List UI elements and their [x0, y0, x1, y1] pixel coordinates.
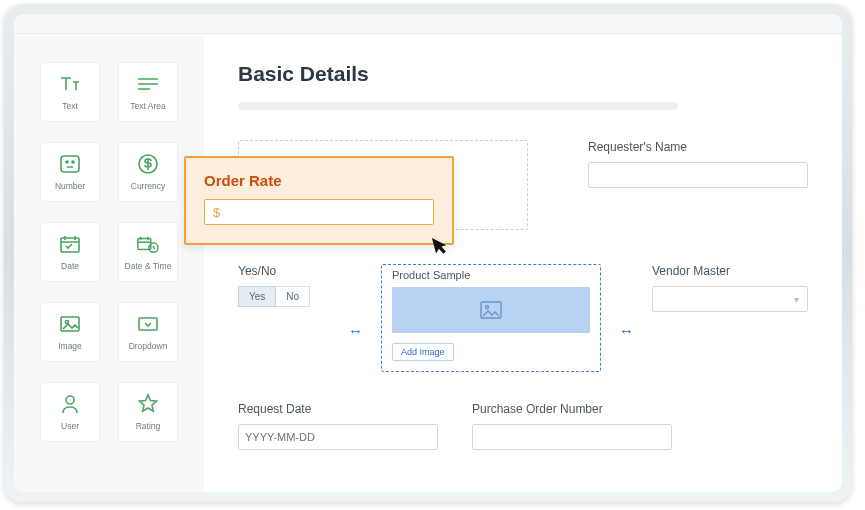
yesno-toggle: Yes No: [238, 286, 330, 307]
progress-bar: [238, 102, 678, 110]
request-date-input[interactable]: [238, 424, 438, 450]
image-drop-zone[interactable]: [392, 287, 590, 333]
svg-point-12: [486, 306, 489, 309]
palette-label: Currency: [131, 181, 165, 191]
palette-label: Date: [61, 261, 79, 271]
window-titlebar: [14, 14, 842, 34]
date-icon: [59, 233, 81, 255]
svg-rect-0: [61, 156, 79, 172]
resize-handle-left-icon[interactable]: ↔: [348, 322, 363, 339]
palette-label: Number: [55, 181, 85, 191]
palette-date[interactable]: Date: [40, 222, 100, 282]
form-row-2: Yes/No Yes No ↔ Product Sample Add Image: [238, 264, 808, 372]
svg-point-2: [72, 161, 74, 163]
palette-image[interactable]: Image: [40, 302, 100, 362]
user-icon: [59, 393, 81, 415]
yes-button[interactable]: Yes: [238, 286, 276, 307]
order-rate-dragging-card[interactable]: Order Rate $: [184, 156, 454, 245]
field-palette: Text Text Area Number: [14, 34, 204, 492]
field-label: Request Date: [238, 402, 438, 416]
no-button[interactable]: No: [276, 286, 310, 307]
field-label: Requester's Name: [588, 140, 808, 154]
field-label: Yes/No: [238, 264, 330, 278]
datetime-icon: [137, 233, 159, 255]
resize-handle-right-icon[interactable]: ↔: [619, 322, 634, 339]
rating-icon: [137, 393, 159, 415]
form-row-3: Request Date Purchase Order Number: [238, 402, 808, 450]
palette-label: Dropdown: [129, 341, 168, 351]
palette-number[interactable]: Number: [40, 142, 100, 202]
add-image-button[interactable]: Add Image: [392, 343, 454, 361]
currency-prefix: $: [213, 205, 220, 220]
palette-label: Image: [58, 341, 82, 351]
svg-point-1: [66, 161, 68, 163]
textarea-icon: [137, 73, 159, 95]
palette-label: Rating: [136, 421, 161, 431]
po-number-input[interactable]: [472, 424, 672, 450]
chevron-down-icon: ▾: [794, 294, 799, 305]
palette-label: Date & Time: [125, 261, 172, 271]
palette-label: Text: [62, 101, 78, 111]
field-po-number: Purchase Order Number: [472, 402, 672, 450]
palette-dropdown[interactable]: Dropdown: [118, 302, 178, 362]
palette-user[interactable]: User: [40, 382, 100, 442]
page-title: Basic Details: [238, 62, 808, 86]
currency-icon: [137, 153, 159, 175]
field-label: Purchase Order Number: [472, 402, 672, 416]
number-icon: [59, 153, 81, 175]
dropdown-icon: [137, 313, 159, 335]
palette-label: Text Area: [130, 101, 165, 111]
palette-rating[interactable]: Rating: [118, 382, 178, 442]
svg-rect-9: [139, 318, 157, 330]
content-area: Text Text Area Number: [14, 34, 842, 492]
field-requester-name: Requester's Name: [588, 140, 808, 230]
palette-textarea[interactable]: Text Area: [118, 62, 178, 122]
palette-datetime[interactable]: Date & Time: [118, 222, 178, 282]
field-request-date: Request Date: [238, 402, 438, 450]
field-label: Vendor Master: [652, 264, 808, 278]
form-canvas: Basic Details Requester's Name Yes/No: [204, 34, 842, 492]
image-placeholder-icon: [479, 300, 503, 320]
device-frame: Text Text Area Number: [4, 4, 852, 502]
vendor-master-select[interactable]: ▾: [652, 286, 808, 312]
field-label: Product Sample: [392, 269, 590, 281]
order-rate-title: Order Rate: [204, 172, 434, 189]
field-yesno: Yes/No Yes No: [238, 264, 330, 307]
palette-text[interactable]: Text: [40, 62, 100, 122]
image-icon: [59, 313, 81, 335]
order-rate-input[interactable]: $: [204, 199, 434, 225]
svg-point-10: [66, 396, 74, 404]
field-vendor-master: Vendor Master ▾: [652, 264, 808, 312]
app-window: Text Text Area Number: [14, 14, 842, 492]
palette-currency[interactable]: Currency: [118, 142, 178, 202]
field-product-sample[interactable]: Product Sample Add Image: [381, 264, 601, 372]
palette-label: User: [61, 421, 79, 431]
requester-name-input[interactable]: [588, 162, 808, 188]
text-icon: [59, 73, 81, 95]
